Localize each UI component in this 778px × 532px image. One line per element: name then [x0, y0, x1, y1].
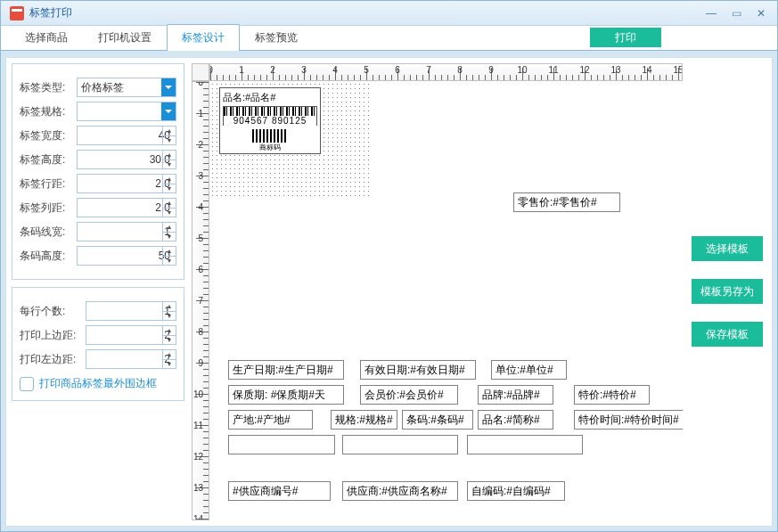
spin-down-icon[interactable]: ▼: [163, 312, 176, 321]
canvas-field[interactable]: [467, 435, 583, 454]
titlebar: 标签打印 — ▭ ✕: [1, 1, 777, 26]
canvas-field[interactable]: 保质期: #保质期#天: [228, 385, 344, 405]
label-height-spin[interactable]: 30.0▲▼: [77, 150, 176, 169]
app-icon: [10, 6, 24, 20]
left-margin-lab: 打印左边距:: [20, 352, 86, 367]
canvas-field[interactable]: 产地:#产地#: [228, 410, 313, 430]
window-title: 标签打印: [29, 5, 699, 20]
label-spec-lab: 标签规格:: [20, 104, 77, 119]
label-type-lab: 标签类型:: [20, 80, 77, 95]
canvas-field[interactable]: 特价:#特价#: [574, 385, 650, 405]
tab-select-product[interactable]: 选择商品: [10, 24, 83, 51]
save-template-as-button[interactable]: 模板另存为: [692, 279, 763, 304]
col-gap-lab: 标签列距:: [20, 201, 77, 216]
spin-down-icon[interactable]: ▼: [163, 233, 176, 241]
bar-height-lab: 条码高度:: [20, 249, 77, 264]
barcode-small[interactable]: 商标码: [252, 129, 288, 151]
minimize-button[interactable]: —: [699, 4, 724, 22]
label-width-lab: 标签宽度:: [20, 128, 77, 143]
spin-up-icon[interactable]: ▲: [163, 302, 176, 312]
canvas-field[interactable]: 零售价:#零售价#: [513, 192, 620, 212]
tab-printer-settings[interactable]: 打印机设置: [83, 24, 167, 51]
chevron-down-icon[interactable]: [161, 102, 176, 120]
ruler-horizontal: 012345678910111213141516: [209, 63, 683, 81]
close-button[interactable]: ✕: [749, 4, 774, 22]
canvas-field[interactable]: 自编码:#自编码#: [467, 481, 565, 501]
top-margin-lab: 打印上边距:: [20, 328, 86, 343]
canvas-field[interactable]: 单位:#单位#: [491, 360, 567, 380]
spin-up-icon[interactable]: ▲: [163, 175, 176, 184]
chevron-down-icon[interactable]: [161, 78, 176, 96]
canvas-field[interactable]: 有效日期:#有效日期#: [360, 360, 476, 380]
canvas-field[interactable]: 特价时间:#特价时间#: [574, 410, 683, 430]
spin-up-icon[interactable]: ▲: [163, 199, 176, 209]
spin-down-icon[interactable]: ▼: [163, 257, 176, 266]
bar-linew-spin[interactable]: 1▲▼: [77, 222, 176, 241]
print-button[interactable]: 打印: [590, 28, 661, 47]
canvas-field[interactable]: 品牌:#品牌#: [478, 385, 553, 405]
ruler-vertical: 01234567891011121314: [192, 81, 209, 520]
choose-template-button[interactable]: 选择模板: [692, 236, 763, 261]
canvas-field[interactable]: 规格:#规格#: [331, 410, 397, 430]
label-preview[interactable]: 品名:#品名# 904567 890125 商标码: [219, 87, 321, 154]
spin-up-icon[interactable]: ▲: [163, 151, 176, 160]
canvas-field[interactable]: 会员价:#会员价#: [360, 385, 458, 405]
spin-up-icon[interactable]: ▲: [163, 247, 176, 257]
barcode-large[interactable]: 904567 890125: [223, 106, 317, 126]
canvas-field[interactable]: 条码:#条码#: [402, 410, 473, 430]
label-type-combo[interactable]: 价格标签: [77, 78, 176, 97]
row-gap-spin[interactable]: 2.0▲▼: [77, 174, 176, 193]
design-canvas[interactable]: 品名:#品名# 904567 890125 商标码 零售价:#零售价#生产日期:…: [210, 82, 683, 520]
spin-down-icon[interactable]: ▼: [163, 160, 176, 169]
product-name-field[interactable]: 品名:#品名#: [223, 91, 317, 104]
outer-border-label: 打印商品标签最外围边框: [39, 376, 157, 391]
canvas-field[interactable]: [228, 435, 335, 454]
top-margin-spin[interactable]: 2▲▼: [86, 325, 176, 345]
canvas-field[interactable]: 生产日期:#生产日期#: [228, 360, 344, 380]
spin-down-icon[interactable]: ▼: [163, 360, 176, 369]
canvas-field[interactable]: 品名:#简称#: [478, 410, 553, 430]
spin-up-icon[interactable]: ▲: [163, 326, 176, 336]
per-row-spin[interactable]: 1▲▼: [86, 301, 176, 321]
spin-up-icon[interactable]: ▲: [163, 127, 176, 136]
row-gap-lab: 标签行距:: [20, 176, 77, 192]
spin-down-icon[interactable]: ▼: [163, 184, 176, 193]
left-margin-spin[interactable]: 2▲▼: [86, 349, 176, 369]
label-bounds: 品名:#品名# 904567 890125 商标码: [210, 82, 369, 200]
spin-up-icon[interactable]: ▲: [163, 223, 176, 233]
spin-down-icon[interactable]: ▼: [163, 136, 176, 145]
tab-strip: 选择商品 打印机设置 标签设计 标签预览 打印: [1, 26, 777, 51]
save-template-button[interactable]: 保存模板: [692, 322, 763, 347]
label-width-spin[interactable]: 40▲▼: [77, 126, 176, 145]
label-settings-panel: 标签类型:价格标签 标签规格: 标签宽度:40▲▼ 标签高度:30.0▲▼ 标签…: [12, 63, 184, 280]
maximize-button[interactable]: ▭: [724, 4, 749, 22]
print-settings-panel: 每行个数:1▲▼ 打印上边距:2▲▼ 打印左边距:2▲▼ 打印商品标签最外围边框: [12, 287, 184, 401]
ruler-corner: [192, 63, 209, 81]
canvas-field[interactable]: 供应商:#供应商名称#: [342, 481, 458, 501]
canvas-field[interactable]: [342, 435, 458, 454]
canvas-field[interactable]: #供应商编号#: [228, 481, 331, 501]
bar-linew-lab: 条码线宽:: [20, 225, 77, 240]
label-height-lab: 标签高度:: [20, 152, 77, 168]
tab-label-preview[interactable]: 标签预览: [240, 24, 313, 51]
spin-up-icon[interactable]: ▲: [163, 350, 176, 360]
per-row-lab: 每行个数:: [20, 304, 86, 319]
spin-down-icon[interactable]: ▼: [163, 336, 176, 345]
spin-down-icon[interactable]: ▼: [163, 209, 176, 217]
col-gap-spin[interactable]: 2.0▲▼: [77, 198, 176, 217]
outer-border-checkbox[interactable]: [20, 377, 34, 391]
label-spec-combo[interactable]: [77, 102, 176, 121]
tab-label-design[interactable]: 标签设计: [167, 24, 240, 51]
bar-height-spin[interactable]: 50▲▼: [77, 246, 176, 266]
